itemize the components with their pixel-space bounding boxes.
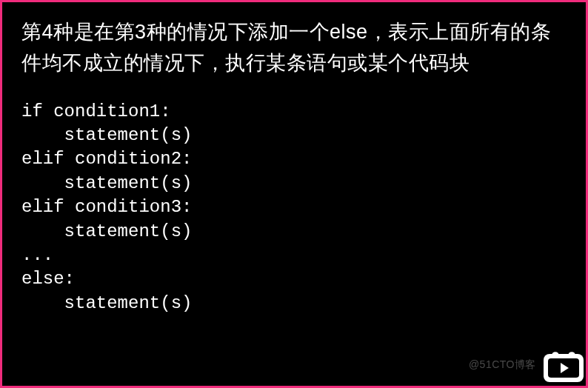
slide-description: 第4种是在第3种的情况下添加一个else，表示上面所有的条件均不成立的情况下，执… (21, 17, 567, 79)
bilibili-tv-icon (542, 347, 584, 382)
code-block: if condition1: statement(s) elif conditi… (21, 100, 567, 316)
watermark-text: @51CTO博客 (469, 358, 536, 372)
slide-content: 第4种是在第3种的情况下添加一个else，表示上面所有的条件均不成立的情况下，执… (2, 2, 586, 386)
